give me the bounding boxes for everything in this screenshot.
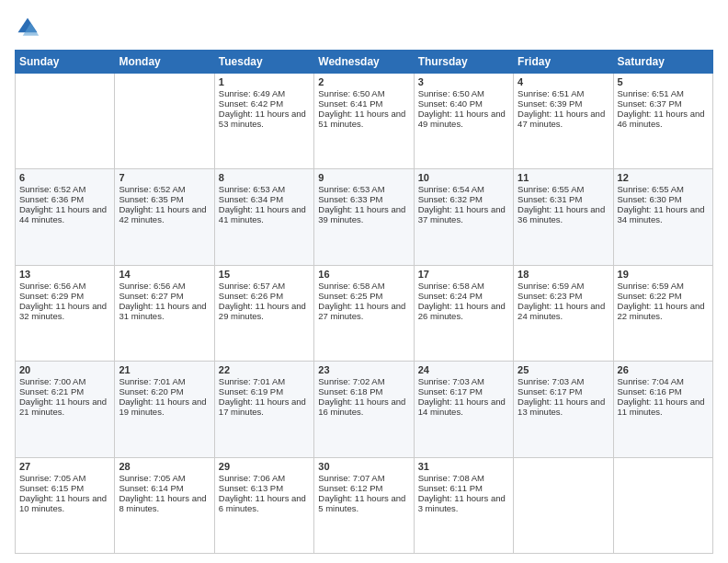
day-info: Sunrise: 6:59 AM: [518, 281, 609, 291]
calendar-cell: [115, 74, 214, 169]
day-info: Daylight: 11 hours and 53 minutes.: [219, 109, 310, 129]
day-info: Sunrise: 6:55 AM: [518, 184, 609, 194]
day-info: Sunrise: 7:00 AM: [19, 376, 110, 386]
day-info: Sunrise: 7:02 AM: [318, 376, 409, 386]
calendar-week-row: 27Sunrise: 7:05 AMSunset: 6:15 PMDayligh…: [16, 457, 713, 553]
day-info: Daylight: 11 hours and 14 minutes.: [418, 396, 509, 417]
calendar-cell: 18Sunrise: 6:59 AMSunset: 6:23 PMDayligh…: [514, 265, 613, 361]
day-info: Sunset: 6:39 PM: [518, 98, 609, 109]
day-info: Sunrise: 6:59 AM: [618, 281, 709, 291]
day-info: Sunrise: 6:51 AM: [518, 88, 609, 98]
day-number: 23: [318, 364, 409, 375]
day-number: 3: [418, 76, 509, 87]
day-info: Sunset: 6:36 PM: [19, 194, 110, 204]
day-number: 12: [618, 172, 709, 183]
day-info: Sunrise: 7:07 AM: [318, 473, 409, 483]
weekday-header: Wednesday: [314, 51, 414, 74]
day-info: Sunrise: 7:06 AM: [219, 473, 310, 483]
calendar-cell: 15Sunrise: 6:57 AMSunset: 6:26 PMDayligh…: [214, 265, 313, 361]
calendar-cell: 26Sunrise: 7:04 AMSunset: 6:16 PMDayligh…: [613, 362, 712, 457]
weekday-header: Thursday: [414, 51, 513, 74]
weekday-header: Friday: [514, 51, 613, 74]
calendar-cell: 30Sunrise: 7:07 AMSunset: 6:12 PMDayligh…: [314, 457, 414, 553]
calendar-cell: 16Sunrise: 6:58 AMSunset: 6:25 PMDayligh…: [314, 265, 414, 361]
day-info: Sunset: 6:30 PM: [618, 194, 709, 204]
logo-icon: [15, 15, 40, 40]
day-number: 13: [19, 269, 110, 280]
day-info: Sunrise: 7:05 AM: [119, 473, 210, 483]
calendar-cell: 22Sunrise: 7:01 AMSunset: 6:19 PMDayligh…: [214, 362, 313, 457]
day-info: Sunset: 6:31 PM: [518, 194, 609, 204]
day-info: Sunrise: 6:50 AM: [418, 88, 509, 98]
day-info: Sunrise: 6:58 AM: [418, 281, 509, 291]
day-number: 24: [418, 364, 509, 375]
day-info: Sunrise: 6:56 AM: [119, 281, 210, 291]
day-info: Sunset: 6:33 PM: [318, 194, 409, 204]
day-number: 11: [518, 172, 609, 183]
day-info: Sunset: 6:16 PM: [618, 386, 709, 396]
day-info: Sunrise: 7:05 AM: [19, 473, 110, 483]
calendar-cell: 7Sunrise: 6:52 AMSunset: 6:35 PMDaylight…: [115, 169, 214, 265]
header: [15, 15, 713, 40]
day-info: Sunrise: 6:52 AM: [19, 184, 110, 194]
day-info: Sunrise: 7:04 AM: [618, 376, 709, 386]
calendar-cell: 14Sunrise: 6:56 AMSunset: 6:27 PMDayligh…: [115, 265, 214, 361]
day-number: 27: [19, 461, 110, 472]
day-number: 21: [119, 364, 210, 375]
day-info: Sunrise: 6:53 AM: [219, 184, 310, 194]
calendar-cell: 9Sunrise: 6:53 AMSunset: 6:33 PMDaylight…: [314, 169, 414, 265]
calendar-cell: 24Sunrise: 7:03 AMSunset: 6:17 PMDayligh…: [414, 362, 513, 457]
day-info: Sunset: 6:32 PM: [418, 194, 509, 204]
day-number: 14: [119, 269, 210, 280]
day-info: Sunset: 6:22 PM: [618, 291, 709, 301]
calendar-cell: 10Sunrise: 6:54 AMSunset: 6:32 PMDayligh…: [414, 169, 513, 265]
calendar-cell: 8Sunrise: 6:53 AMSunset: 6:34 PMDaylight…: [214, 169, 313, 265]
calendar-header-row: SundayMondayTuesdayWednesdayThursdayFrid…: [16, 51, 713, 74]
day-info: Daylight: 11 hours and 31 minutes.: [119, 301, 210, 321]
day-info: Sunset: 6:23 PM: [518, 291, 609, 301]
day-info: Sunset: 6:12 PM: [318, 483, 409, 493]
weekday-header: Sunday: [16, 51, 115, 74]
day-number: 31: [418, 461, 509, 472]
day-info: Sunset: 6:24 PM: [418, 291, 509, 301]
day-info: Sunrise: 6:50 AM: [318, 88, 409, 98]
day-info: Daylight: 11 hours and 13 minutes.: [518, 396, 609, 417]
day-info: Daylight: 11 hours and 22 minutes.: [618, 301, 709, 321]
day-number: 10: [418, 172, 509, 183]
day-info: Sunrise: 6:52 AM: [119, 184, 210, 194]
day-number: 2: [318, 76, 409, 87]
day-number: 16: [318, 269, 409, 280]
calendar-cell: 6Sunrise: 6:52 AMSunset: 6:36 PMDaylight…: [16, 169, 115, 265]
day-info: Daylight: 11 hours and 27 minutes.: [318, 301, 409, 321]
day-info: Daylight: 11 hours and 44 minutes.: [19, 204, 110, 224]
day-info: Sunrise: 7:01 AM: [219, 376, 310, 386]
calendar-cell: 4Sunrise: 6:51 AMSunset: 6:39 PMDaylight…: [514, 74, 613, 169]
calendar-week-row: 6Sunrise: 6:52 AMSunset: 6:36 PMDaylight…: [16, 169, 713, 265]
day-info: Sunset: 6:40 PM: [418, 98, 509, 109]
day-info: Daylight: 11 hours and 3 minutes.: [418, 493, 509, 513]
day-info: Sunrise: 7:08 AM: [418, 473, 509, 483]
calendar-cell: 17Sunrise: 6:58 AMSunset: 6:24 PMDayligh…: [414, 265, 513, 361]
day-number: 18: [518, 269, 609, 280]
day-info: Daylight: 11 hours and 6 minutes.: [219, 493, 310, 513]
day-info: Sunset: 6:21 PM: [19, 386, 110, 396]
calendar-cell: 28Sunrise: 7:05 AMSunset: 6:14 PMDayligh…: [115, 457, 214, 553]
calendar-cell: 13Sunrise: 6:56 AMSunset: 6:29 PMDayligh…: [16, 265, 115, 361]
calendar-cell: 29Sunrise: 7:06 AMSunset: 6:13 PMDayligh…: [214, 457, 313, 553]
day-number: 30: [318, 461, 409, 472]
logo: [15, 15, 44, 40]
day-info: Sunset: 6:13 PM: [219, 483, 310, 493]
day-info: Daylight: 11 hours and 8 minutes.: [119, 493, 210, 513]
day-info: Daylight: 11 hours and 47 minutes.: [518, 109, 609, 129]
day-info: Sunset: 6:20 PM: [119, 386, 210, 396]
weekday-header: Tuesday: [214, 51, 313, 74]
calendar-cell: 21Sunrise: 7:01 AMSunset: 6:20 PMDayligh…: [115, 362, 214, 457]
day-info: Sunrise: 6:57 AM: [219, 281, 310, 291]
day-info: Daylight: 11 hours and 37 minutes.: [418, 204, 509, 224]
day-info: Sunset: 6:34 PM: [219, 194, 310, 204]
day-info: Daylight: 11 hours and 34 minutes.: [618, 204, 709, 224]
day-number: 17: [418, 269, 509, 280]
day-info: Sunset: 6:41 PM: [318, 98, 409, 109]
day-info: Sunrise: 6:58 AM: [318, 281, 409, 291]
day-info: Sunset: 6:17 PM: [418, 386, 509, 396]
